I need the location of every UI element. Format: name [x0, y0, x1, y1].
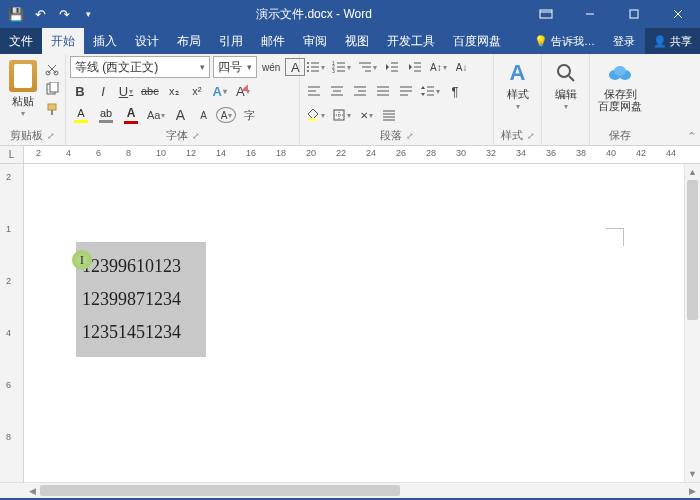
tab-developer[interactable]: 开发工具	[378, 28, 444, 54]
bold-button[interactable]: B	[70, 81, 90, 101]
tab-file[interactable]: 文件	[0, 28, 42, 54]
align-left-button[interactable]	[304, 81, 324, 101]
superscript-button[interactable]: x²	[187, 81, 207, 101]
font-name-combo[interactable]: 等线 (西文正文)▾	[70, 56, 210, 78]
text-cursor-icon: I	[72, 250, 92, 270]
increase-indent-button[interactable]	[405, 57, 425, 77]
scroll-track[interactable]	[40, 483, 684, 498]
copy-button[interactable]	[43, 80, 61, 98]
customize-qat-icon[interactable]: ▾	[80, 6, 96, 22]
tab-view[interactable]: 视图	[336, 28, 378, 54]
tab-references[interactable]: 引用	[210, 28, 252, 54]
text-direction-button[interactable]: A↕	[428, 57, 449, 77]
subscript-button[interactable]: x₂	[164, 81, 184, 101]
share-button[interactable]: 👤共享	[645, 28, 700, 54]
svg-point-14	[307, 66, 309, 68]
document-area[interactable]: 12399610123 12399871234 12351451234 I	[24, 164, 684, 482]
scroll-up-button[interactable]: ▲	[685, 164, 700, 180]
tab-home[interactable]: 开始	[42, 28, 84, 54]
align-right-button[interactable]	[350, 81, 370, 101]
text-line[interactable]: 12399871234	[82, 283, 200, 316]
shading-button[interactable]	[304, 105, 327, 125]
tab-insert[interactable]: 插入	[84, 28, 126, 54]
styles-button[interactable]: A 样式 ▾	[498, 56, 537, 111]
scroll-down-button[interactable]: ▼	[685, 466, 700, 482]
scroll-left-button[interactable]: ◀	[24, 483, 40, 498]
horizontal-scrollbar[interactable]: ◀ ▶	[0, 482, 700, 498]
minimize-button[interactable]	[568, 0, 612, 28]
text-effects-button[interactable]: A	[210, 81, 230, 101]
sort-button[interactable]: A↓	[452, 57, 472, 77]
tab-design[interactable]: 设计	[126, 28, 168, 54]
scroll-right-button[interactable]: ▶	[684, 483, 700, 498]
scroll-thumb[interactable]	[687, 180, 698, 320]
format-painter-button[interactable]	[43, 100, 61, 118]
char-border2-button[interactable]: 字	[239, 105, 259, 125]
font-size-combo[interactable]: 四号▾	[213, 56, 257, 78]
svg-rect-0	[540, 10, 552, 18]
close-button[interactable]	[656, 0, 700, 28]
tab-layout[interactable]: 布局	[168, 28, 210, 54]
vertical-ruler[interactable]: 212468	[0, 164, 24, 482]
collapse-ribbon-button[interactable]: ⌃	[687, 130, 696, 143]
numbering-button[interactable]: 123	[330, 57, 353, 77]
cut-button[interactable]	[43, 60, 61, 78]
circled-char-button[interactable]: A	[216, 107, 236, 123]
save-icon[interactable]: 💾	[8, 6, 24, 22]
multilevel-list-button[interactable]	[356, 57, 379, 77]
svg-line-60	[569, 76, 574, 81]
sign-in[interactable]: 登录	[605, 34, 643, 49]
styles-dialog-launcher[interactable]: ⤢	[527, 131, 535, 141]
undo-icon[interactable]: ↶	[32, 6, 48, 22]
show-marks-button[interactable]: ¶	[445, 81, 465, 101]
paragraph-dialog-launcher[interactable]: ⤢	[406, 131, 414, 141]
char-shading-button[interactable]: ab	[95, 105, 117, 125]
tab-selector[interactable]: L	[0, 146, 24, 163]
phonetic-guide-button[interactable]: wén	[260, 57, 282, 77]
decrease-indent-button[interactable]	[382, 57, 402, 77]
paste-button[interactable]: 粘贴 ▾	[4, 56, 41, 118]
ribbon-display-button[interactable]	[524, 0, 568, 28]
strikethrough-button[interactable]: abc	[139, 81, 161, 101]
shrink-font-button[interactable]: A	[193, 105, 213, 125]
svg-rect-3	[630, 10, 638, 18]
maximize-button[interactable]	[612, 0, 656, 28]
margin-corner-icon	[606, 228, 624, 246]
align-center-button[interactable]	[327, 81, 347, 101]
grow-font-button[interactable]: A	[170, 105, 190, 125]
borders-button[interactable]	[330, 105, 353, 125]
horizontal-ruler[interactable]: L 24681012141618202224262830323436384042…	[0, 146, 700, 164]
font-color-button[interactable]: A	[120, 105, 142, 125]
text-selection[interactable]: 12399610123 12399871234 12351451234	[76, 242, 206, 357]
scroll-track[interactable]	[685, 180, 700, 466]
distribute-button[interactable]	[396, 81, 416, 101]
underline-button[interactable]: U	[116, 81, 136, 101]
tell-me[interactable]: 💡告诉我…	[526, 34, 603, 49]
font-dialog-launcher[interactable]: ⤢	[192, 131, 200, 141]
justify-button[interactable]	[373, 81, 393, 101]
scroll-thumb[interactable]	[40, 485, 400, 496]
window-controls	[524, 0, 700, 28]
vertical-scrollbar[interactable]: ▲ ▼	[684, 164, 700, 482]
editing-button[interactable]: 编辑 ▾	[546, 56, 585, 111]
clear-formatting-button[interactable]: A◢	[233, 81, 253, 101]
svg-point-63	[614, 66, 626, 76]
asian-layout-button[interactable]: ✕	[356, 105, 376, 125]
group-save: 保存到百度网盘 保存	[590, 54, 650, 145]
italic-button[interactable]: I	[93, 81, 113, 101]
line-spacing-button[interactable]	[419, 81, 442, 101]
snap-button[interactable]	[379, 105, 399, 125]
text-line[interactable]: 12399610123	[82, 250, 200, 283]
highlight-button[interactable]: A	[70, 105, 92, 125]
tab-review[interactable]: 审阅	[294, 28, 336, 54]
clipboard-dialog-launcher[interactable]: ⤢	[47, 131, 55, 141]
change-case-button[interactable]: Aa	[145, 105, 167, 125]
save-baidu-button[interactable]: 保存到百度网盘	[594, 56, 646, 112]
text-line[interactable]: 12351451234	[82, 316, 200, 349]
share-icon: 👤	[653, 35, 667, 48]
svg-rect-51	[308, 118, 318, 121]
bullets-button[interactable]	[304, 57, 327, 77]
redo-icon[interactable]: ↷	[56, 6, 72, 22]
tab-mailings[interactable]: 邮件	[252, 28, 294, 54]
tab-baidu[interactable]: 百度网盘	[444, 28, 510, 54]
